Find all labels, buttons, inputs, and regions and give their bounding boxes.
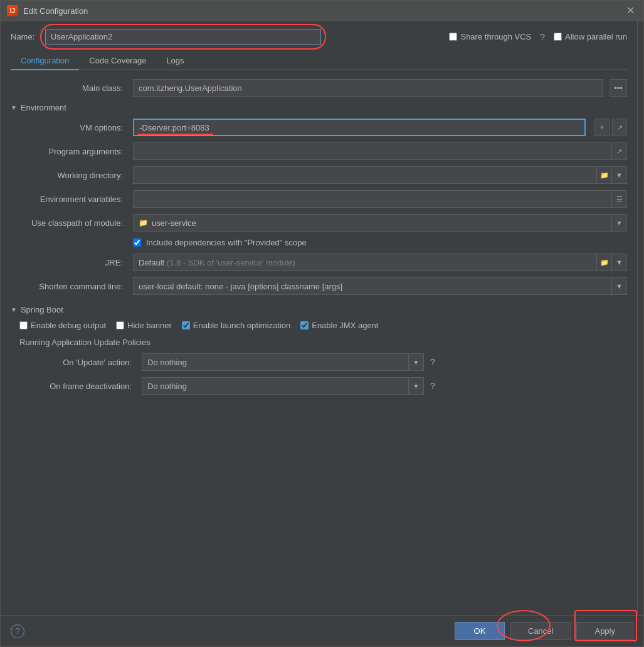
on-frame-row: On frame deactivation: Do nothing ▼ ?: [19, 377, 627, 395]
title-bar: IJ Edit Configuration ✕: [1, 1, 643, 21]
enable-debug-text: Enable debug output: [31, 321, 106, 330]
program-args-wrapper: ↗: [133, 142, 627, 160]
bottom-right: OK Cancel Apply: [455, 622, 633, 640]
vm-options-expand-button[interactable]: ↗: [612, 119, 627, 136]
on-update-select[interactable]: Do nothing ▼: [142, 353, 424, 371]
env-vars-edit-button[interactable]: ☰: [611, 190, 626, 208]
working-dir-label: Working directory:: [11, 171, 127, 180]
enable-jmx-text: Enable JMX agent: [312, 321, 378, 330]
main-class-browse-button[interactable]: •••: [610, 79, 627, 97]
on-update-value: Do nothing: [142, 358, 408, 367]
spring-boot-checkboxes: Enable debug output Hide banner Enable l…: [19, 321, 627, 330]
main-class-label: Main class:: [11, 83, 127, 93]
on-update-label: On 'Update' action:: [19, 358, 135, 367]
main-area: Name: Share through VCS ? Allow parallel…: [1, 21, 637, 615]
on-frame-dropdown-arrow[interactable]: ▼: [408, 377, 423, 395]
vm-options-input-wrapper: [133, 119, 586, 136]
share-vcs-label[interactable]: Share through VCS: [449, 32, 531, 41]
enable-jmx-checkbox[interactable]: [300, 321, 309, 329]
spring-boot-section: ▼ Spring Boot Enable debug output Hide b…: [11, 305, 627, 395]
name-input[interactable]: [45, 29, 321, 45]
vm-options-add-button[interactable]: +: [594, 119, 610, 136]
environment-collapse-arrow[interactable]: ▼: [11, 104, 17, 111]
spring-boot-section-header: ▼ Spring Boot: [11, 305, 627, 314]
on-frame-label: On frame deactivation:: [19, 382, 135, 391]
update-policies-section: Running Application Update Policies On '…: [19, 338, 627, 395]
shorten-row: Shorten command line: user-local default…: [11, 277, 627, 295]
include-deps-label[interactable]: Include dependencies with "Provided" sco…: [146, 238, 307, 247]
jre-folder-button[interactable]: 📁: [596, 254, 611, 271]
allow-parallel-checkbox[interactable]: [554, 33, 562, 41]
classpath-module-value: user-service: [152, 218, 606, 228]
on-frame-select[interactable]: Do nothing ▼: [142, 377, 424, 395]
program-args-row: Program arguments: ↗: [11, 142, 627, 160]
on-update-row: On 'Update' action: Do nothing ▼ ?: [19, 353, 627, 371]
share-vcs-checkbox[interactable]: [449, 33, 457, 41]
dialog-title: Edit Configuration: [23, 6, 88, 16]
tabs-bar: Configuration Code Coverage Logs: [11, 52, 627, 70]
shorten-icons: ▼: [611, 277, 626, 295]
program-args-expand-button[interactable]: ↗: [612, 142, 627, 160]
on-frame-help-icon[interactable]: ?: [430, 381, 435, 391]
classpath-module-dropdown-button[interactable]: ▼: [612, 214, 627, 232]
apply-button[interactable]: Apply: [576, 622, 633, 640]
hide-banner-checkbox[interactable]: [116, 321, 124, 329]
include-deps-row: Include dependencies with "Provided" sco…: [133, 238, 627, 247]
share-vcs-help-icon[interactable]: ?: [540, 32, 545, 42]
env-vars-label: Environment variables:: [11, 195, 127, 204]
env-vars-wrapper: ☰: [133, 190, 627, 208]
vm-options-underline: [138, 134, 213, 135]
tab-configuration[interactable]: Configuration: [11, 52, 79, 70]
program-args-input[interactable]: [133, 142, 612, 160]
shorten-dropdown-button[interactable]: ▼: [611, 277, 626, 295]
enable-launch-text: Enable launch optimization: [193, 321, 290, 330]
shorten-select-wrapper[interactable]: user-local default: none - java [options…: [133, 277, 627, 295]
on-frame-value: Do nothing: [142, 382, 408, 391]
environment-section-header: ▼ Environment: [11, 103, 627, 112]
classpath-module-label: Use classpath of module:: [11, 218, 127, 228]
tab-logs[interactable]: Logs: [156, 52, 194, 70]
include-deps-checkbox[interactable]: [133, 238, 141, 247]
vm-options-icons: + ↗: [594, 119, 627, 136]
ok-button[interactable]: OK: [455, 622, 505, 640]
spring-boot-collapse-arrow[interactable]: ▼: [11, 306, 17, 313]
tab-code-coverage[interactable]: Code Coverage: [79, 52, 156, 70]
enable-debug-checkbox[interactable]: [19, 321, 28, 329]
close-button[interactable]: ✕: [624, 4, 637, 17]
program-args-label: Program arguments:: [11, 147, 127, 156]
allow-parallel-label[interactable]: Allow parallel run: [554, 32, 627, 41]
classpath-module-row: Use classpath of module: 📁 user-service …: [11, 214, 627, 232]
name-label: Name:: [11, 32, 39, 41]
edit-configuration-dialog: IJ Edit Configuration ✕ Name: Share thro…: [0, 0, 644, 647]
scrollbar[interactable]: [637, 21, 643, 615]
jre-value: Default (1.8 - SDK of 'user-service' mod…: [134, 258, 596, 267]
classpath-module-wrapper: 📁 user-service ▼: [133, 214, 627, 232]
enable-jmx-label[interactable]: Enable JMX agent: [300, 321, 378, 330]
enable-launch-checkbox[interactable]: [182, 321, 190, 329]
enable-debug-label[interactable]: Enable debug output: [19, 321, 106, 330]
share-vcs-text: Share through VCS: [460, 32, 531, 41]
jre-dropdown-button[interactable]: ▼: [611, 254, 626, 271]
bottom-bar: ? OK Cancel Apply: [1, 615, 643, 646]
working-dir-dropdown-button[interactable]: ▼: [611, 166, 626, 184]
name-row: Name: Share through VCS ? Allow parallel…: [11, 29, 627, 45]
working-dir-folder-button[interactable]: 📁: [596, 166, 611, 184]
env-vars-row: Environment variables: ☰: [11, 190, 627, 208]
jre-label: JRE:: [11, 258, 127, 267]
vm-options-label: VM options:: [11, 123, 127, 132]
hide-banner-label[interactable]: Hide banner: [116, 321, 172, 330]
vm-options-row: VM options: + ↗: [11, 119, 627, 136]
cancel-button[interactable]: Cancel: [510, 622, 571, 640]
jre-icons: 📁 ▼: [596, 254, 626, 271]
main-class-row: Main class: •••: [11, 79, 627, 97]
classpath-module-content[interactable]: 📁 user-service: [133, 214, 612, 232]
main-class-input[interactable]: [133, 79, 603, 97]
on-update-help-icon[interactable]: ?: [430, 357, 435, 367]
enable-launch-label[interactable]: Enable launch optimization: [182, 321, 290, 330]
allow-parallel-text: Allow parallel run: [565, 32, 627, 41]
help-button[interactable]: ?: [11, 624, 24, 638]
on-update-dropdown-arrow[interactable]: ▼: [408, 353, 423, 371]
module-folder-icon: 📁: [139, 218, 148, 227]
dialog-content: Name: Share through VCS ? Allow parallel…: [1, 21, 643, 615]
jre-row: JRE: Default (1.8 - SDK of 'user-service…: [11, 254, 627, 271]
